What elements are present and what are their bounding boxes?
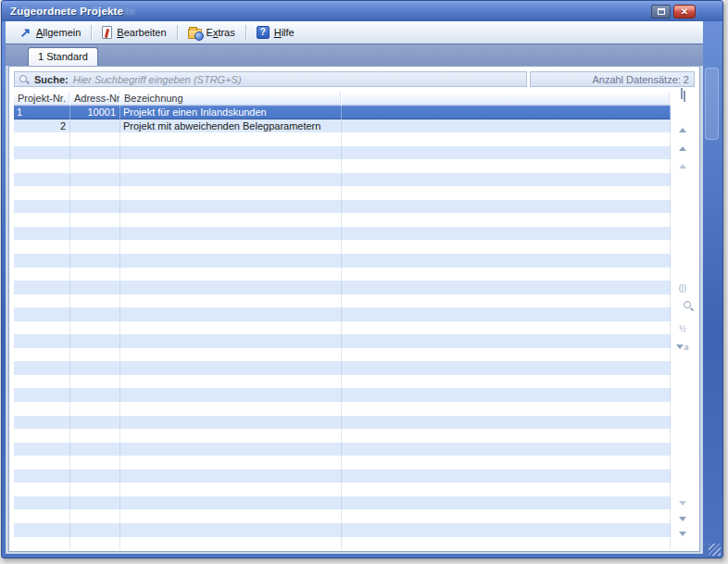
toolbar-item-bearbeiten[interactable]: Bearbeiten	[98, 24, 169, 41]
cell	[14, 334, 70, 348]
cell	[342, 173, 671, 187]
toolbar-item-label: Bearbeiten	[117, 27, 166, 38]
resize-grip[interactable]	[709, 544, 721, 556]
cell	[342, 523, 671, 537]
cell	[14, 523, 70, 537]
filter-icon[interactable]: a	[676, 343, 689, 354]
restore-button[interactable]	[651, 5, 671, 19]
cell: 10001	[70, 106, 120, 119]
cell	[70, 334, 120, 348]
record-count-label: Anzahl Datensätze: 2	[592, 74, 689, 85]
cell	[70, 254, 120, 268]
help-icon: ?	[257, 26, 270, 39]
arrow-up-right-icon: ↗	[19, 27, 31, 39]
cell	[14, 173, 70, 187]
toolbar-item-label: Hilfe	[274, 27, 295, 38]
scroll-last-icon[interactable]	[676, 536, 689, 547]
search-input[interactable]: Suche: Hier Suchbegriff eingeben (STRG+S…	[14, 71, 527, 87]
cell	[14, 268, 70, 282]
cell	[14, 200, 70, 214]
toolbar-item-extras[interactable]: Extras	[184, 24, 239, 41]
empty-row	[14, 240, 671, 254]
search-row: Suche: Hier Suchbegriff eingeben (STRG+S…	[14, 71, 695, 87]
empty-row	[14, 483, 671, 496]
scroll-first-icon[interactable]	[676, 119, 689, 130]
column-header-bezeichnung[interactable]: Bezeichnung	[120, 92, 342, 106]
cell	[342, 146, 671, 160]
zoom-icon[interactable]	[676, 301, 689, 312]
empty-row	[14, 348, 671, 362]
content-panel: Suche: Hier Suchbegriff eingeben (STRG+S…	[8, 66, 700, 552]
cell	[70, 361, 120, 375]
cell	[342, 483, 671, 496]
cell	[70, 429, 120, 443]
cell	[120, 361, 342, 375]
cell	[70, 496, 120, 510]
app-window: Zugeordnete Projekte ✕ ↗AllgemeinBearbei…	[1, 0, 723, 558]
cell	[342, 186, 671, 200]
record-count: Anzahl Datensätze: 2	[530, 71, 695, 87]
cell	[14, 361, 70, 375]
empty-row	[14, 523, 671, 537]
cell	[342, 537, 671, 551]
column-header-extra[interactable]	[342, 92, 671, 106]
cell	[120, 388, 342, 402]
cell	[14, 159, 70, 173]
cell	[14, 470, 70, 483]
empty-row	[14, 456, 671, 470]
cell	[342, 416, 671, 430]
cell	[70, 132, 120, 146]
cell	[342, 119, 671, 133]
fit-column-icon[interactable]: (|)	[676, 283, 689, 295]
cell	[14, 429, 70, 443]
close-button[interactable]: ✕	[673, 5, 696, 19]
column-header-projekt-nr[interactable]: Projekt-Nr.	[14, 92, 70, 106]
cell	[342, 295, 671, 308]
scroll-up-icon[interactable]	[676, 137, 689, 148]
toolbar-item-allgemein[interactable]: ↗Allgemein	[15, 25, 84, 41]
cell	[342, 470, 671, 483]
toolbar-item-hilfe[interactable]: ?Hilfe	[253, 24, 298, 41]
cell	[120, 537, 342, 551]
cell	[342, 375, 671, 389]
cell	[70, 307, 120, 321]
empty-row	[14, 429, 671, 443]
cell	[70, 443, 120, 457]
cell	[70, 509, 120, 523]
window-scrollbar-thumb[interactable]	[705, 68, 719, 140]
cell	[70, 470, 120, 483]
cell	[120, 132, 342, 146]
table-row[interactable]: 2Projekt mit abweichenden Belegparameter…	[14, 119, 671, 133]
tab-strip: 1 Standard	[6, 44, 703, 66]
cell	[342, 281, 671, 295]
empty-row	[14, 132, 671, 146]
cell	[70, 375, 120, 389]
cell	[120, 402, 342, 416]
cell	[342, 159, 671, 173]
cell	[14, 348, 70, 362]
table-row[interactable]: 110001Projekt für einen Inlandskunden	[14, 106, 671, 119]
column-header-adress-nr[interactable]: Adress-Nr.	[70, 92, 120, 106]
tab-standard[interactable]: 1 Standard	[28, 47, 98, 66]
cell	[14, 227, 70, 241]
cell	[70, 537, 120, 551]
close-icon: ✕	[681, 6, 688, 17]
empty-row	[14, 496, 671, 510]
cell	[70, 483, 120, 496]
empty-row	[14, 268, 671, 282]
window-title: Zugeordnete Projekte	[10, 6, 123, 17]
empty-row	[14, 321, 671, 335]
scroll-down-alt-icon[interactable]	[676, 506, 689, 517]
numeric-icon[interactable]: ½	[676, 324, 689, 335]
cell	[120, 307, 342, 321]
copy-row-icon[interactable]	[676, 92, 689, 103]
toolbar-separator	[91, 25, 92, 40]
empty-row	[14, 509, 671, 523]
cell	[120, 186, 342, 200]
cell	[342, 240, 671, 254]
scroll-up-alt-icon[interactable]	[676, 155, 689, 166]
cell	[120, 443, 342, 457]
cell	[120, 146, 342, 160]
cell	[14, 388, 70, 402]
cell	[120, 470, 342, 483]
